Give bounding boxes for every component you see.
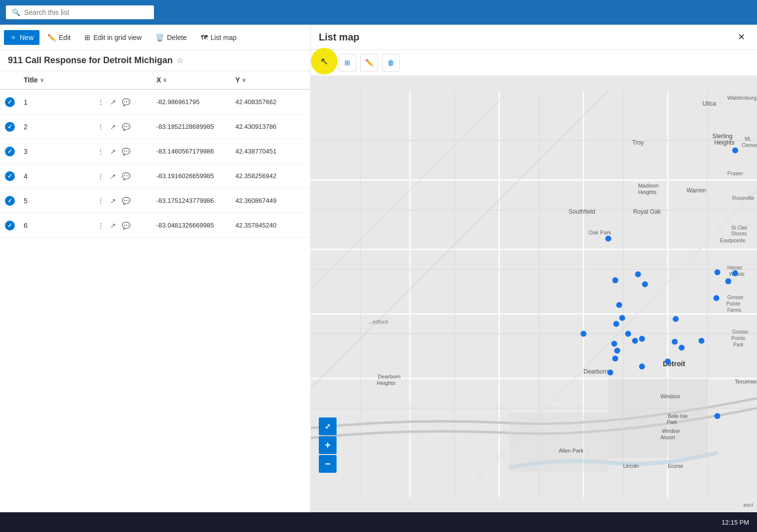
svg-text:Ecorse: Ecorse: [668, 463, 683, 469]
row-title-1: 1: [20, 96, 93, 108]
edit-tool-button[interactable]: ✏️: [360, 54, 378, 72]
row-more-btn-6[interactable]: ⋮: [95, 221, 106, 230]
row-check-2[interactable]: ✓: [0, 122, 20, 132]
row-share-btn-1[interactable]: ↗: [108, 97, 118, 107]
svg-point-84: [612, 356, 618, 362]
row-share-btn-4[interactable]: ↗: [108, 171, 118, 181]
map-panel: List map ✕ ↖ ↖ ⊞ ✏️ 🗑: [311, 25, 757, 512]
header-title[interactable]: Title ∨: [20, 71, 93, 89]
search-icon: 🔍: [12, 8, 20, 16]
row-check-6[interactable]: ✓: [0, 221, 20, 230]
row-comment-btn-1[interactable]: 💬: [120, 97, 132, 107]
search-input[interactable]: [24, 8, 148, 16]
row-x-6: -83.0481326669985: [152, 220, 231, 231]
svg-point-81: [672, 339, 678, 344]
row-share-btn-3[interactable]: ↗: [108, 147, 118, 156]
map-toolbar: ↖ ↖ ⊞ ✏️ 🗑: [311, 50, 757, 76]
row-check-5[interactable]: ✓: [0, 196, 20, 206]
row-actions-2: ⋮ ↗ 💬: [93, 122, 123, 132]
row-comment-btn-6[interactable]: 💬: [120, 221, 132, 230]
svg-point-67: [642, 281, 648, 287]
row-more-btn-4[interactable]: ⋮: [95, 171, 106, 181]
map-controls: ⤢ + −: [319, 418, 337, 473]
check-circle-5: ✓: [5, 196, 15, 206]
row-title-6: 6: [20, 220, 93, 231]
svg-text:Madison: Madison: [638, 183, 659, 189]
x-sort-icon: ∨: [163, 77, 167, 83]
table-row: ✓ 6 ⋮ ↗ 💬 -83.0481326669985 42.357845240: [0, 213, 310, 238]
svg-rect-23: [509, 413, 608, 473]
svg-text:...edford: ...edford: [368, 319, 388, 325]
row-actions-6: ⋮ ↗ 💬: [93, 221, 123, 230]
row-comment-btn-2[interactable]: 💬: [120, 122, 132, 132]
main-area: ＋ New ✏️ Edit ⊞ Edit in grid view 🗑️ Del…: [0, 25, 757, 512]
row-more-btn-1[interactable]: ⋮: [95, 97, 106, 107]
taskbar-time: 12:15 PM: [721, 519, 749, 526]
search-box[interactable]: 🔍: [6, 5, 154, 19]
row-actions-5: ⋮ ↗ 💬: [93, 196, 123, 206]
grid-icon: ⊞: [84, 34, 90, 41]
row-more-btn-5[interactable]: ⋮: [95, 196, 106, 206]
new-button[interactable]: ＋ New: [4, 30, 39, 45]
svg-text:Clemen...: Clemen...: [742, 143, 757, 148]
row-check-4[interactable]: ✓: [0, 171, 20, 181]
row-x-1: -82.986961795: [152, 96, 231, 108]
row-y-6: 42.357845240: [231, 220, 310, 231]
list-title: 911 Call Response for Detroit Michigan: [8, 55, 173, 66]
edit-icon: ✏️: [47, 34, 56, 41]
edit-grid-button[interactable]: ⊞ Edit in grid view: [78, 31, 148, 44]
row-actions-1: ⋮ ↗ 💬: [93, 97, 123, 107]
row-more-btn-3[interactable]: ⋮: [95, 147, 106, 156]
header-x[interactable]: X ∨: [152, 71, 231, 89]
row-check-3[interactable]: ✓: [0, 147, 20, 156]
svg-text:Pointe: Pointe: [726, 301, 741, 306]
svg-text:Airport: Airport: [660, 435, 675, 440]
esri-logo: esri: [743, 501, 753, 508]
utica-label: Utica: [703, 100, 717, 107]
svg-text:Lincoln: Lincoln: [623, 463, 639, 469]
row-y-1: 42.408357662: [231, 96, 310, 108]
table-row: ✓ 2 ⋮ ↗ 💬 -83.1852128689985 42.430913786: [0, 114, 310, 139]
svg-text:Pointe: Pointe: [731, 336, 746, 341]
delete-tool-button[interactable]: 🗑: [382, 54, 400, 72]
svg-point-69: [619, 315, 625, 321]
header-y[interactable]: Y ∨: [231, 71, 310, 89]
svg-text:St Clair: St Clair: [731, 225, 748, 230]
svg-text:Allen Park: Allen Park: [559, 448, 584, 454]
layer-tool-button[interactable]: ⊞: [339, 54, 356, 72]
svg-point-88: [607, 370, 613, 376]
map-close-button[interactable]: ✕: [734, 30, 749, 44]
table-row: ✓ 4 ⋮ ↗ 💬 -83.1916026659985 42.358256942: [0, 164, 310, 189]
row-share-btn-2[interactable]: ↗: [108, 122, 118, 132]
svg-point-72: [732, 270, 738, 276]
zoom-out-button[interactable]: −: [319, 455, 337, 473]
delete-icon: 🗑️: [155, 34, 164, 41]
header-check: [0, 71, 20, 89]
svg-text:Windsor: Windsor: [660, 393, 681, 399]
row-y-4: 42.358256942: [231, 170, 310, 182]
map-container[interactable]: Utica Waldenburg Sterling Heights Mt. Cl…: [311, 76, 757, 512]
row-more-btn-2[interactable]: ⋮: [95, 122, 106, 132]
svg-text:Waldenburg: Waldenburg: [727, 95, 757, 101]
row-comment-btn-5[interactable]: 💬: [120, 196, 132, 206]
row-check-1[interactable]: ✓: [0, 97, 20, 107]
row-comment-btn-3[interactable]: 💬: [120, 147, 132, 156]
row-share-btn-5[interactable]: ↗: [108, 196, 118, 206]
row-actions-3: ⋮ ↗ 💬: [93, 147, 123, 156]
svg-point-70: [613, 321, 619, 327]
list-map-button[interactable]: 🗺 List map: [195, 31, 243, 44]
zoom-in-button[interactable]: +: [319, 436, 337, 454]
svg-point-71: [715, 269, 720, 275]
edit-button[interactable]: ✏️ Edit: [41, 31, 76, 44]
svg-point-78: [639, 336, 645, 342]
header-actions-spacer2: [123, 71, 152, 89]
row-share-btn-6[interactable]: ↗: [108, 221, 118, 230]
svg-text:Tecumseh: Tecumseh: [735, 379, 757, 384]
expand-button[interactable]: ⤢: [319, 418, 337, 435]
svg-text:Shores: Shores: [731, 231, 747, 236]
map-icon: 🗺: [201, 34, 208, 41]
row-comment-btn-4[interactable]: 💬: [120, 171, 132, 181]
delete-button[interactable]: 🗑️ Delete: [150, 31, 192, 44]
svg-point-80: [614, 347, 620, 353]
favorite-star-icon[interactable]: ☆: [177, 56, 184, 65]
